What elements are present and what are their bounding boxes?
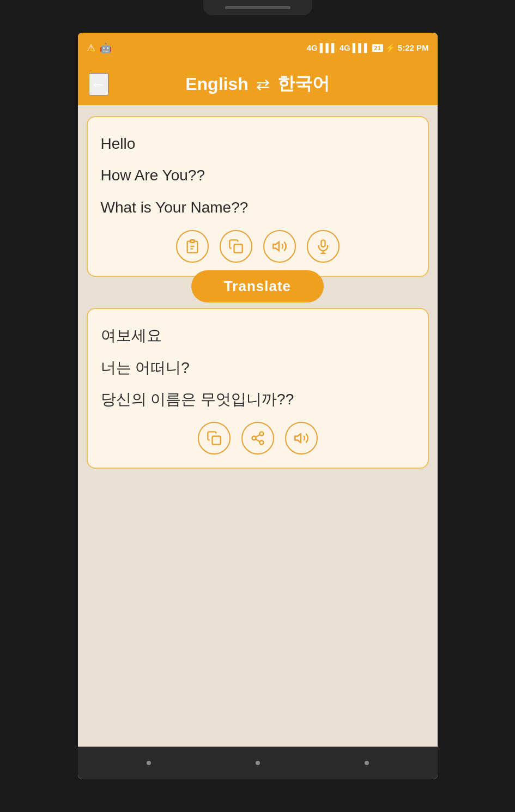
bottom-nav: [78, 747, 438, 779]
paste-button[interactable]: [176, 230, 209, 263]
battery-level: 21: [372, 44, 383, 52]
target-line-1: 여보세요: [101, 322, 415, 349]
swap-language-icon[interactable]: ⇄: [256, 75, 270, 94]
svg-rect-6: [321, 240, 325, 247]
svg-point-12: [259, 441, 263, 445]
status-right-info: 4G ▌▌▌ 4G ▌▌▌ 21 ⚡ 5:22 PM: [307, 43, 429, 53]
nav-dot-3: [365, 761, 369, 765]
app-header: ← English ⇄ 한국어: [78, 63, 438, 105]
source-line-2: How Are You??: [101, 162, 415, 189]
warning-icon: ⚠: [87, 42, 95, 54]
speaker-button-source[interactable]: [263, 230, 296, 263]
svg-point-10: [259, 432, 263, 436]
copy-button[interactable]: [220, 230, 252, 263]
source-line-3: What is Your Name??: [101, 194, 415, 221]
copy-button-target[interactable]: [198, 422, 231, 455]
target-line-2: 너는 어떠니?: [101, 354, 415, 381]
share-button[interactable]: [241, 422, 274, 455]
battery-bolt: ⚡: [385, 43, 396, 53]
speaker-button-target[interactable]: [285, 422, 318, 455]
svg-rect-4: [234, 245, 242, 253]
source-panel: Hello How Are You?? What is Your Name??: [87, 116, 429, 277]
signal-bars2: ▌▌▌: [353, 43, 370, 52]
notch-bar: [225, 6, 290, 9]
signal-bars: ▌▌▌: [320, 43, 337, 52]
phone-notch: [203, 0, 312, 15]
time-display: 5:22 PM: [398, 43, 429, 52]
target-text-area: 여보세요 너는 어떠니? 당신의 이름은 무엇입니까??: [101, 322, 415, 413]
main-content: Hello How Are You?? What is Your Name??: [78, 105, 438, 747]
nav-dot-1: [147, 761, 151, 765]
signal-text: 4G: [307, 43, 318, 52]
svg-rect-1: [190, 240, 194, 243]
signal-text2: 4G: [340, 43, 350, 52]
nav-dot-2: [256, 761, 260, 765]
svg-line-13: [256, 439, 260, 442]
translate-button-wrapper: Translate: [87, 276, 429, 297]
source-language-label: English: [185, 74, 249, 94]
phone-screen: ⚠ 🤖 4G ▌▌▌ 4G ▌▌▌ 21 ⚡ 5:22 PM ← English…: [78, 33, 438, 779]
target-panel: 여보세요 너는 어떠니? 당신의 이름은 무엇입니까??: [87, 308, 429, 469]
svg-marker-5: [273, 242, 279, 251]
translate-button[interactable]: Translate: [191, 270, 324, 302]
status-left-icons: ⚠ 🤖: [87, 42, 112, 54]
phone-frame: ⚠ 🤖 4G ▌▌▌ 4G ▌▌▌ 21 ⚡ 5:22 PM ← English…: [0, 0, 515, 812]
target-action-buttons: [101, 422, 415, 455]
android-icon: 🤖: [100, 42, 112, 54]
header-title: English ⇄ 한국어: [185, 72, 330, 96]
svg-line-14: [256, 435, 260, 438]
microphone-button[interactable]: [307, 230, 340, 263]
svg-marker-15: [295, 434, 301, 443]
svg-point-11: [252, 437, 256, 440]
source-line-1: Hello: [101, 130, 415, 157]
source-action-buttons: [101, 230, 415, 263]
target-line-3: 당신의 이름은 무엇입니까??: [101, 386, 415, 413]
back-button[interactable]: ←: [89, 73, 108, 95]
status-bar: ⚠ 🤖 4G ▌▌▌ 4G ▌▌▌ 21 ⚡ 5:22 PM: [78, 33, 438, 63]
svg-rect-9: [212, 437, 220, 445]
target-language-label: 한국어: [277, 72, 330, 96]
source-text-area[interactable]: Hello How Are You?? What is Your Name??: [101, 130, 415, 221]
